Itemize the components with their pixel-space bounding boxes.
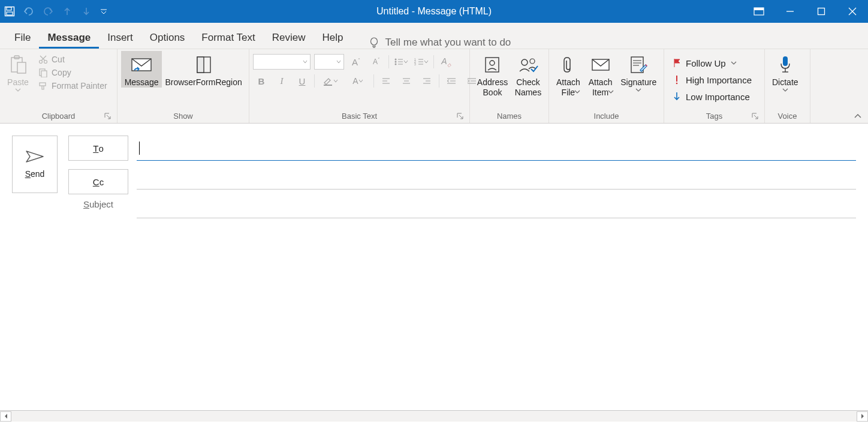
dictate-button[interactable]: Dictate xyxy=(768,51,802,92)
attach-item-button[interactable]: Attach Item xyxy=(584,51,617,94)
collapse-ribbon-button[interactable] xyxy=(854,113,862,119)
send-button[interactable]: Send xyxy=(12,136,58,193)
dialog-launcher-icon[interactable] xyxy=(456,112,465,121)
svg-rect-21 xyxy=(41,71,47,77)
tab-file[interactable]: File xyxy=(6,26,39,49)
title-bar: Untitled - Message (HTML) xyxy=(0,0,868,23)
paperclip-icon xyxy=(562,56,575,74)
group-voice: Dictate Voice xyxy=(765,49,810,123)
align-right-icon xyxy=(423,77,431,85)
tab-options[interactable]: Options xyxy=(141,26,194,49)
chevron-up-icon xyxy=(854,113,862,119)
scroll-right-button[interactable] xyxy=(857,411,868,422)
bullets-button[interactable] xyxy=(393,54,409,70)
dialog-launcher-icon[interactable] xyxy=(751,112,760,121)
font-name-combo[interactable] xyxy=(253,54,311,70)
to-button[interactable]: To xyxy=(68,136,128,161)
shrink-font-button[interactable]: A˅ xyxy=(368,54,385,70)
check-names-button[interactable]: Check Names xyxy=(511,51,545,98)
quick-access-toolbar xyxy=(0,0,111,23)
highlight-button[interactable] xyxy=(318,73,342,89)
paste-button[interactable]: Paste xyxy=(4,51,32,92)
address-book-button[interactable]: Address Book xyxy=(474,51,511,98)
minimize-button[interactable] xyxy=(774,0,806,23)
address-book-icon xyxy=(483,56,501,74)
cc-button[interactable]: Cc xyxy=(68,169,128,194)
maximize-icon xyxy=(817,7,825,16)
scroll-track[interactable] xyxy=(11,411,857,422)
high-importance-button[interactable]: High Importance xyxy=(668,71,757,88)
align-right-button[interactable] xyxy=(418,73,435,89)
numbering-icon: 123 xyxy=(414,58,424,66)
svg-point-28 xyxy=(395,61,397,63)
group-basic-text: A˄ A˅ 123 A◇ B I U A xyxy=(249,49,470,123)
ribbon-display-button[interactable] xyxy=(743,0,774,23)
svg-point-57 xyxy=(530,59,535,64)
undo-button[interactable] xyxy=(19,0,38,23)
next-item-button[interactable] xyxy=(77,0,96,23)
svg-rect-1 xyxy=(7,7,11,10)
copy-button[interactable]: Copy xyxy=(35,67,111,79)
svg-point-16 xyxy=(40,61,43,64)
group-tags: Follow Up High Importance Low Importance… xyxy=(664,49,765,123)
tab-message[interactable]: Message xyxy=(39,26,99,49)
ribbon-display-icon xyxy=(754,7,764,16)
numbering-button[interactable]: 123 xyxy=(413,54,430,70)
previous-item-button[interactable] xyxy=(58,0,77,23)
low-importance-label: Low Importance xyxy=(686,92,750,102)
attach-item-icon xyxy=(590,57,611,73)
tab-format-text[interactable]: Format Text xyxy=(193,26,263,49)
align-left-button[interactable] xyxy=(378,73,394,89)
address-book-label: Address Book xyxy=(477,77,508,98)
dialog-launcher-icon[interactable] xyxy=(104,112,112,121)
group-include: Attach File Attach Item Signature Includ… xyxy=(549,49,664,123)
maximize-button[interactable] xyxy=(806,0,837,23)
copy-icon xyxy=(38,68,48,77)
tab-insert[interactable]: Insert xyxy=(99,26,141,49)
send-label: Send xyxy=(25,169,45,179)
save-button[interactable] xyxy=(0,0,19,23)
attach-item-label: Attach Item xyxy=(589,77,613,98)
tell-me-search[interactable]: Tell me what you want to do xyxy=(369,37,511,49)
subject-field[interactable] xyxy=(137,193,856,218)
window-title: Untitled - Message (HTML) xyxy=(376,6,492,17)
underline-button[interactable]: U xyxy=(294,73,311,89)
svg-rect-38 xyxy=(324,85,332,86)
chevron-down-icon xyxy=(731,61,737,65)
to-field[interactable] xyxy=(137,136,856,161)
qat-customize-button[interactable] xyxy=(96,0,111,23)
form-region-icon xyxy=(195,56,212,74)
follow-up-button[interactable]: Follow Up xyxy=(668,55,742,71)
format-painter-button[interactable]: Format Painter xyxy=(35,80,111,92)
lightbulb-icon xyxy=(369,37,379,49)
microphone-icon xyxy=(779,55,792,74)
redo-button[interactable] xyxy=(38,0,58,23)
italic-button[interactable]: I xyxy=(273,73,290,89)
message-body[interactable] xyxy=(0,224,868,410)
grow-font-button[interactable]: A˄ xyxy=(348,54,364,70)
clear-formatting-button[interactable]: A◇ xyxy=(438,54,454,70)
scroll-left-button[interactable] xyxy=(0,411,11,422)
low-importance-button[interactable]: Low Importance xyxy=(668,88,755,105)
close-button[interactable] xyxy=(837,0,868,23)
voice-group-label: Voice xyxy=(768,110,806,122)
show-message-button[interactable]: Message xyxy=(121,51,162,88)
signature-button[interactable]: Signature xyxy=(617,51,660,92)
cut-button[interactable]: Cut xyxy=(35,53,111,65)
svg-point-10 xyxy=(370,38,377,45)
decrease-indent-button[interactable] xyxy=(443,73,460,89)
save-icon xyxy=(4,6,15,17)
align-center-button[interactable] xyxy=(398,73,415,89)
bold-button[interactable]: B xyxy=(253,73,270,89)
cut-label: Cut xyxy=(52,55,65,64)
show-message-label: Message xyxy=(125,77,159,88)
tab-help[interactable]: Help xyxy=(314,26,352,49)
font-size-combo[interactable] xyxy=(314,54,344,70)
browser-form-region-button[interactable]: BrowserFormRegion xyxy=(162,51,245,88)
font-color-button[interactable]: A xyxy=(346,73,370,89)
cc-field[interactable] xyxy=(137,164,856,190)
group-show: Message BrowserFormRegion Show xyxy=(117,49,249,123)
group-clipboard: Paste Cut Copy Format Painter Clipboa xyxy=(0,49,117,123)
tab-review[interactable]: Review xyxy=(264,26,314,49)
attach-file-button[interactable]: Attach File xyxy=(553,51,584,94)
